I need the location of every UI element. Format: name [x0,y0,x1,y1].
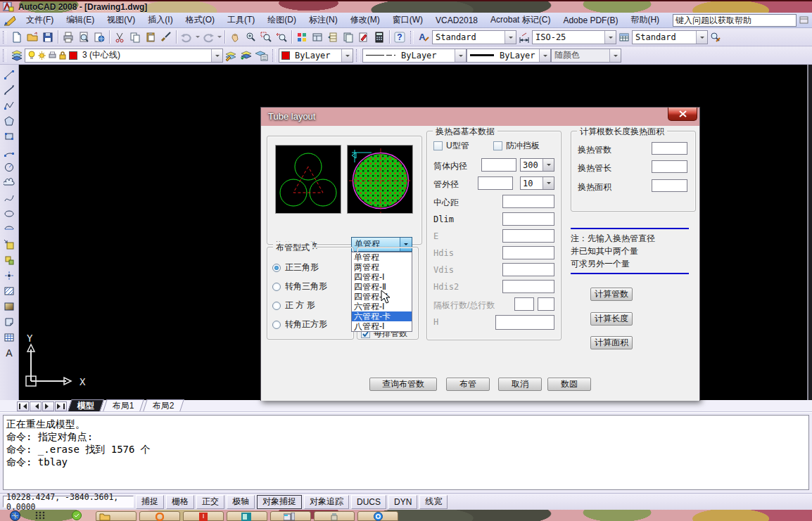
layer-previous-button[interactable] [239,48,254,63]
help-button[interactable]: ? [392,30,407,45]
menu-help[interactable]: 帮助(H) [624,14,666,26]
vdis-input[interactable] [502,263,554,276]
table-button[interactable] [1,330,18,345]
menu-adobe-pdf[interactable]: Adobe PDF(B) [557,15,624,25]
circle-button[interactable] [1,160,18,175]
command-prompt[interactable]: 命令: tblay [6,456,806,468]
help-search-input[interactable] [673,14,797,27]
layer-lock-icon[interactable] [58,51,67,60]
menu-tools[interactable]: 工具(T) [221,14,261,26]
tube-od-combo[interactable]: 10 [520,176,554,190]
close-button[interactable] [668,108,697,121]
point-button[interactable] [1,268,18,283]
plot-preview-button[interactable] [76,30,91,45]
pass-option-selected[interactable]: 六管程-卡 [352,311,412,321]
cancel-button[interactable]: 取消 [498,378,542,391]
layer-freeze-sun-icon[interactable] [37,51,46,60]
blue-app-window[interactable] [357,511,398,521]
revision-cloud-button[interactable] [1,175,18,191]
chevron-down-icon[interactable] [341,49,353,62]
help-search-options-icon[interactable] [799,15,809,25]
pass-option[interactable]: 两管程 [352,262,412,272]
layer-on-bulb-icon[interactable] [27,51,36,60]
tab-layout2[interactable]: 布局2 [143,399,184,411]
markup-set-manager-button[interactable] [356,30,372,45]
toolbar-grip[interactable] [272,49,276,62]
tool-palettes-button[interactable] [325,30,341,45]
tab-layout1[interactable]: 布局1 [103,399,144,411]
count-circles-button[interactable]: 数圆 [547,378,591,391]
radio-rotated-square[interactable]: 转角正方形 [272,319,327,330]
grid-toggle[interactable]: 栅格 [166,495,194,509]
line-button[interactable] [1,67,18,82]
pan-button[interactable] [227,30,243,45]
calc-length-button[interactable]: 计算长度 [590,312,633,326]
polygon-button[interactable] [1,113,18,129]
menu-format[interactable]: 格式(O) [179,14,221,26]
ortho-toggle[interactable]: 正交 [196,495,224,509]
menu-window[interactable]: 窗口(W) [386,14,429,26]
table-style-button[interactable] [616,30,632,45]
layer-properties-manager-button[interactable] [9,48,25,63]
menu-view[interactable]: 视图(V) [101,14,141,26]
center-distance-input[interactable] [502,195,554,208]
otrack-toggle[interactable]: 对象追踪 [304,495,349,509]
menu-acrobat-comments[interactable]: Acrobat 标记(C) [484,14,557,26]
hdis-input[interactable] [502,246,554,259]
rectangle-button[interactable] [1,129,18,144]
ducs-toggle[interactable]: DUCS [351,495,386,509]
exchange-area-input[interactable] [652,179,687,192]
open-button[interactable] [25,30,40,45]
green-app[interactable] [72,510,82,520]
chevron-down-icon[interactable] [455,49,466,62]
spline-button[interactable] [1,191,18,206]
radio-triangle[interactable]: 正三角形 [272,262,319,274]
paste-button[interactable] [143,30,158,45]
menu-file[interactable]: 文件(F) [20,14,60,26]
lineweight-toggle[interactable]: 线宽 [419,495,448,509]
chevron-down-icon[interactable] [604,31,616,44]
zoom-previous-button[interactable] [274,30,289,45]
osnap-toggle[interactable]: 对象捕捉 [257,495,302,509]
h-input[interactable] [495,315,554,330]
workspace-icon[interactable] [3,14,17,27]
publish-button[interactable] [91,30,107,45]
tube-length-input[interactable] [652,160,687,173]
gradient-button[interactable] [1,299,18,314]
explorer-window[interactable] [270,511,311,521]
shell-id-input[interactable] [481,158,516,172]
e-input[interactable] [502,229,554,243]
hatch-button[interactable] [1,283,18,299]
menu-dimension[interactable]: 标注(N) [303,14,344,26]
calc-tube-count-button[interactable]: 计算管数 [590,288,633,301]
layout-tubes-button[interactable]: 布管 [446,378,490,391]
chevron-down-icon[interactable] [505,31,516,44]
multiline-text-button[interactable]: A [1,345,18,361]
construction-line-button[interactable] [1,82,18,98]
chevron-down-icon[interactable] [211,49,222,62]
save-button[interactable] [40,30,56,45]
jar-app-window[interactable] [314,511,355,521]
tab-nav-first-button[interactable] [17,401,29,411]
make-object-layer-current-button[interactable] [223,48,239,63]
toolbar-grip[interactable] [410,31,414,44]
ellipse-arc-button[interactable] [1,221,18,237]
chevron-down-icon[interactable] [543,159,554,171]
toolbar-grip[interactable] [3,49,6,62]
multileader-style-button[interactable] [708,30,723,45]
layer-states-manager-button[interactable] [254,48,269,63]
properties-button[interactable] [294,30,310,45]
dim-style-combo[interactable]: ISO-25 [532,30,616,44]
photo-app-window[interactable] [227,511,267,521]
text-style-combo[interactable]: Standard [432,30,516,44]
dialog-titlebar[interactable]: Tube layout [261,108,699,126]
match-properties-button[interactable] [158,30,174,45]
insert-block-button[interactable] [1,237,18,252]
shell-id-combo[interactable]: 300 [520,158,554,172]
redo-button[interactable] [201,30,216,45]
toolbar-grip[interactable] [356,49,360,62]
arc-button[interactable] [1,144,18,160]
calc-area-button[interactable]: 计算面积 [590,336,633,349]
baffle-rows-input[interactable] [514,297,534,311]
baffle-total-rows-input[interactable] [538,297,554,311]
